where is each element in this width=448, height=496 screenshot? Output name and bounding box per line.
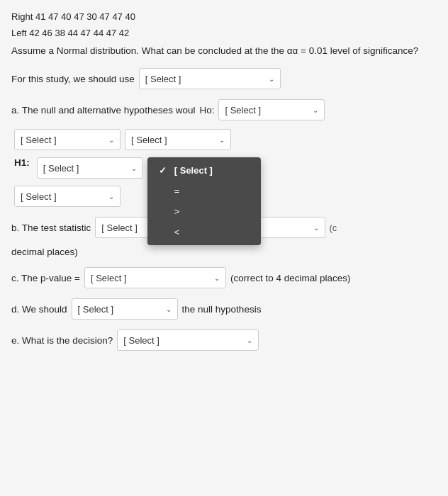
pvalue-suffix: (correct to 4 decimal places) <box>230 273 351 283</box>
hypotheses-label-ho: Ho: <box>199 105 214 115</box>
check-placeholder <box>159 186 169 196</box>
chevron-down-icon: ⌄ <box>108 193 114 201</box>
h1-select-2[interactable]: [ Select ] ⌄ <box>14 186 121 207</box>
check-icon: ✓ <box>159 165 169 176</box>
decimal-places-label: decimal places) <box>11 247 78 257</box>
ho-select[interactable]: [ Select ] ⌄ <box>218 99 325 120</box>
hypotheses-label-a: a. The null and alternative hypotheses w… <box>11 105 195 115</box>
decision-select[interactable]: [ Select ] ⌄ <box>72 298 178 320</box>
chevron-down-icon: ⌄ <box>166 305 172 313</box>
dropdown-item-equals[interactable]: = <box>147 181 261 201</box>
chevron-down-icon: ⌄ <box>214 274 220 282</box>
conclusion-row: e. What is the decision? [ Select ] ⌄ <box>11 329 437 351</box>
problem-text: Assume a Normal distribution. What can b… <box>11 44 437 58</box>
test-statistic-label: b. The test statistic <box>11 222 91 233</box>
test-statistic-suffix: (c <box>330 222 337 233</box>
pvalue-label: c. The p-value = <box>11 273 80 283</box>
dropdown-item-select[interactable]: ✓ [ Select ] <box>147 160 261 181</box>
pvalue-select[interactable]: [ Select ] ⌄ <box>84 267 226 288</box>
study-select[interactable]: [ Select ] ⌄ <box>139 68 281 89</box>
decision-row: d. We should [ Select ] ⌄ the null hypot… <box>11 298 437 320</box>
conclusion-select[interactable]: [ Select ] ⌄ <box>117 329 259 351</box>
study-label: For this study, we should use <box>11 74 135 84</box>
right-info: Right 41 47 40 47 30 47 47 40 <box>11 11 437 22</box>
hypotheses-row-a: a. The null and alternative hypotheses w… <box>11 99 437 120</box>
h1-dropdown-menu: ✓ [ Select ] = > < <box>147 157 261 245</box>
decision-suffix: the null hypothesis <box>182 304 262 315</box>
check-placeholder <box>159 227 169 237</box>
h1-select[interactable]: [ Select ] ⌄ <box>37 157 143 179</box>
chevron-down-icon: ⌄ <box>313 224 319 232</box>
decision-label: d. We should <box>11 304 67 315</box>
study-row: For this study, we should use [ Select ]… <box>11 68 437 89</box>
check-placeholder <box>159 206 169 217</box>
chevron-down-icon: ⌄ <box>269 75 274 83</box>
conclusion-label: e. What is the decision? <box>11 335 113 346</box>
hypotheses-row-h1: H1: [ Select ] ⌄ ✓ [ Select ] = > <box>11 157 437 179</box>
hypotheses-row-selects: [ Select ] ⌄ [ Select ] ⌄ <box>11 129 437 150</box>
chevron-down-icon: ⌄ <box>108 136 114 144</box>
left-info: Left 42 46 38 44 47 44 47 42 <box>11 28 437 38</box>
pvalue-row: c. The p-value = [ Select ] ⌄ (correct t… <box>11 267 437 288</box>
chevron-down-icon: ⌄ <box>219 136 225 144</box>
chevron-down-icon: ⌄ <box>131 164 137 172</box>
chevron-down-icon: ⌄ <box>247 337 252 344</box>
h1-label: H1: <box>14 157 30 168</box>
dropdown-item-less[interactable]: < <box>147 222 261 242</box>
chevron-down-icon: ⌄ <box>313 106 318 114</box>
dropdown-item-greater[interactable]: > <box>147 201 261 222</box>
ho-select-1[interactable]: [ Select ] ⌄ <box>14 129 121 150</box>
ho-select-2[interactable]: [ Select ] ⌄ <box>125 129 231 150</box>
decimal-places-row: decimal places) <box>11 247 437 257</box>
